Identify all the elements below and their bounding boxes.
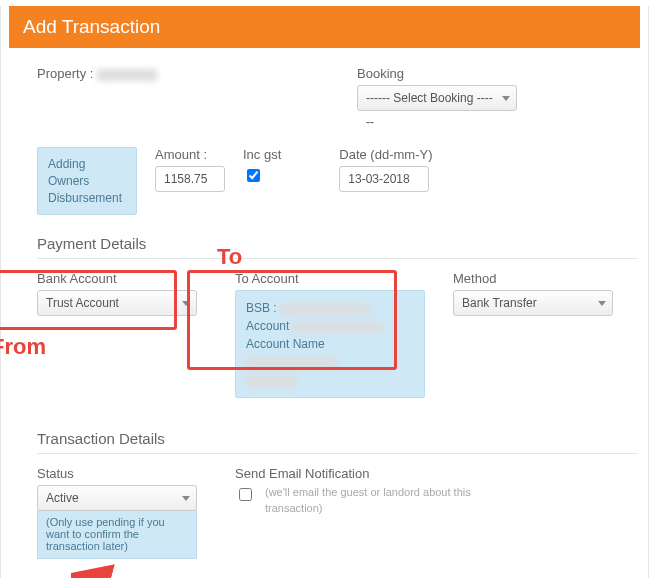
box-line2: Owners <box>48 173 126 190</box>
box-line1: Adding <box>48 156 126 173</box>
to-account-box: BSB : Account Account Name <box>235 290 425 398</box>
property-label: Property : <box>37 66 93 81</box>
status-note: (Only use pending if you want to confirm… <box>37 510 197 559</box>
divider <box>37 258 638 259</box>
to-account-label: To Account <box>235 271 425 286</box>
to-bsb-label: BSB : <box>246 301 277 315</box>
to-account-num-redacted <box>293 322 383 332</box>
bank-account-label: Bank Account <box>37 271 207 286</box>
method-label: Method <box>453 271 623 286</box>
status-label: Status <box>37 466 207 481</box>
booking-select[interactable]: ------ Select Booking ------ <box>357 85 517 111</box>
date-input[interactable] <box>339 166 429 192</box>
incgst-checkbox[interactable] <box>247 169 260 182</box>
property-value-redacted <box>97 69 157 81</box>
email-notification-checkbox[interactable] <box>239 488 252 501</box>
page-title: Add Transaction <box>9 6 640 48</box>
date-label: Date (dd-mm-Y) <box>339 147 432 162</box>
status-select[interactable]: Active <box>37 485 197 511</box>
to-account-num-label: Account <box>246 319 289 333</box>
payment-details-heading: Payment Details <box>37 235 638 252</box>
email-notification-note: (we'll email the guest or landord about … <box>265 485 485 516</box>
to-bsb-value-redacted <box>280 304 370 314</box>
to-extra-redacted <box>246 375 296 387</box>
to-account-name-label: Account Name <box>246 337 325 351</box>
bank-account-select[interactable]: Trust Account <box>37 290 197 316</box>
divider <box>37 453 638 454</box>
method-select[interactable]: Bank Transfer <box>453 290 613 316</box>
incgst-label: Inc gst <box>243 147 281 162</box>
amount-input[interactable] <box>155 166 225 192</box>
adding-owners-disbursement-box: Adding Owners Disbursement <box>37 147 137 215</box>
email-notification-label: Send Email Notification <box>235 466 485 481</box>
transaction-details-heading: Transaction Details <box>37 430 638 447</box>
booking-label: Booking <box>357 66 517 81</box>
to-account-name-redacted <box>246 358 336 368</box>
box-line3: Disbursement <box>48 190 126 207</box>
amount-label: Amount : <box>155 147 225 162</box>
